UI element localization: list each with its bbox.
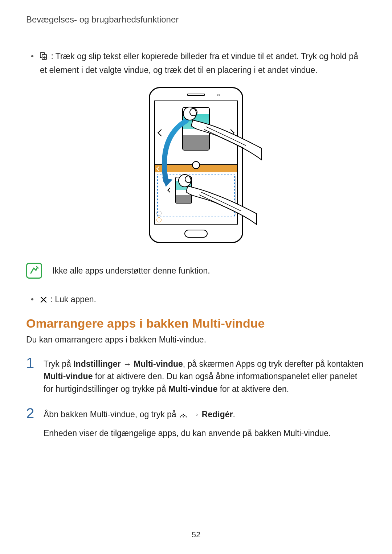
- section-title: Omarrangere apps i bakken Multi-vindue: [26, 316, 366, 331]
- multiwindow-label: Multi-vindue: [134, 359, 183, 369]
- pane-divider-handle: [192, 161, 200, 169]
- arrow-separator: →: [121, 359, 134, 369]
- dropped-thumbnail: [175, 177, 192, 204]
- svg-point-4: [183, 414, 184, 415]
- gallery-thumbnail: [182, 107, 210, 151]
- svg-point-6: [185, 416, 187, 417]
- step-text: Enheden viser de tilgængelige apps, du k…: [44, 427, 366, 440]
- step-body: Tryk på Indstillinger → Multi-vindue, på…: [44, 356, 366, 395]
- bottom-multiwindow-pane: [155, 165, 237, 224]
- step-2: 2 Åbn bakken Multi-vindue, og tryk på → …: [26, 406, 366, 439]
- svg-point-5: [184, 415, 185, 416]
- close-icon: [40, 294, 47, 307]
- bullet-close-app: : Luk appen.: [31, 293, 366, 307]
- svg-point-7: [183, 416, 184, 417]
- svg-point-2: [180, 416, 181, 417]
- multiwindow-label: Multi-vindue: [168, 384, 217, 394]
- note-text: Ikke alle apps understøtter denne funkti…: [52, 266, 210, 276]
- chevron-right-icon: [227, 129, 234, 136]
- illustration: [26, 87, 366, 245]
- bullet-drag-drop: : Træk og slip tekst eller kopierede bil…: [31, 50, 366, 76]
- section-intro: Du kan omarrangere apps i bakken Multi-v…: [26, 335, 366, 345]
- bullet-dot: [31, 298, 33, 300]
- step-text: Åbn bakken Multi-vindue, og tryk på: [44, 410, 179, 419]
- tray-dots-icon: [179, 409, 188, 422]
- bullet-drag-text: : Træk og slip tekst eller kopierede bil…: [40, 52, 358, 75]
- attachment-icons: [156, 211, 162, 222]
- multiwindow-label: Multi-vindue: [44, 372, 93, 381]
- step-number: 2: [26, 406, 36, 420]
- note-icon: [26, 263, 42, 279]
- step-text: .: [233, 410, 235, 419]
- arrow-separator: →: [189, 410, 202, 419]
- step-1: 1 Tryk på Indstillinger → Multi-vindue, …: [26, 356, 366, 395]
- step-text: , på skærmen Apps og tryk derefter på ko…: [183, 359, 363, 369]
- note-block: Ikke alle apps understøtter denne funkti…: [26, 263, 366, 279]
- bullet-dot: [31, 55, 33, 57]
- bullet-close-text: : Luk appen.: [48, 295, 96, 304]
- page-number: 52: [192, 530, 200, 539]
- home-button-icon: [184, 230, 208, 238]
- bullet-content: : Træk og slip tekst eller kopierede bil…: [40, 50, 366, 76]
- bullet-content: : Luk appen.: [40, 293, 366, 307]
- drop-zone: [157, 175, 235, 217]
- drag-content-icon: [40, 51, 48, 64]
- page-header: Bevægelses- og brugbarhedsfunktioner: [26, 15, 366, 25]
- svg-point-3: [181, 415, 182, 416]
- step-text: for at aktivere den.: [217, 384, 289, 394]
- phone-outline: [149, 87, 243, 243]
- step-body: Åbn bakken Multi-vindue, og tryk på → Re…: [44, 406, 366, 439]
- edit-label: Redigér: [202, 410, 233, 419]
- settings-label: Indstillinger: [73, 359, 121, 369]
- step-text: Tryk på: [44, 359, 73, 369]
- top-multiwindow-pane: [155, 101, 237, 165]
- step-number: 1: [26, 356, 36, 370]
- chevron-left-icon: [158, 129, 165, 136]
